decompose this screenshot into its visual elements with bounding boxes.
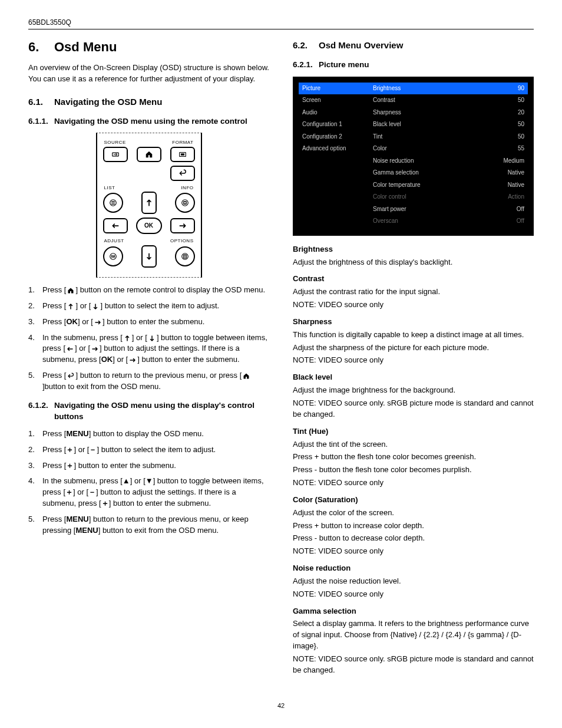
heading-number: 6.1.1. bbox=[28, 116, 54, 127]
definition-line: Adjust the tint of the screen. bbox=[293, 439, 534, 450]
definition-line: NOTE: VIDEO source only. sRGB picture mo… bbox=[293, 654, 534, 676]
osd-category-item: Configuration 1 bbox=[299, 118, 369, 131]
osd-setting-label: Color control bbox=[373, 193, 406, 202]
definition-term: Gamma selection bbox=[293, 606, 534, 617]
osd-setting-row: Color controlAction bbox=[369, 191, 528, 203]
osd-setting-value: Off bbox=[517, 217, 524, 226]
display-button-steps-list: 1.Press [MENU] button to display the OSD… bbox=[28, 429, 269, 536]
heading-text: Osd Menu Overview bbox=[319, 39, 534, 52]
home-icon bbox=[145, 150, 153, 159]
section-6-2-heading: 6.2. Osd Menu Overview bbox=[293, 39, 534, 52]
osd-setting-value: 90 bbox=[518, 84, 524, 93]
definition-line: Adjust the noise reduction level. bbox=[293, 576, 534, 587]
definition-term: Contrast bbox=[293, 274, 534, 285]
definition-line: NOTE: VIDEO source only bbox=[293, 299, 534, 311]
info-icon bbox=[181, 199, 189, 207]
definition-line: This function is digitally capable to ke… bbox=[293, 330, 534, 341]
remote-label-options: OPTIONS bbox=[170, 238, 194, 245]
definition-body: This function is digitally capable to ke… bbox=[293, 330, 534, 367]
osd-setting-label: Tint bbox=[373, 133, 382, 141]
info-button bbox=[175, 193, 195, 213]
osd-setting-row: Sharpness20 bbox=[369, 107, 528, 119]
format-button bbox=[170, 147, 195, 162]
list-icon bbox=[109, 199, 117, 207]
definition-body: Select a display gamma. It refers to the… bbox=[293, 618, 534, 676]
remote-control-diagram: SOURCE FORMAT LIST INFO bbox=[96, 133, 202, 278]
osd-category-item: Configuration 2 bbox=[299, 131, 369, 143]
right-icon bbox=[128, 356, 137, 364]
heading-text: Osd Menu bbox=[54, 39, 117, 54]
osd-setting-value: Native bbox=[508, 169, 524, 177]
step-number: 2. bbox=[28, 301, 42, 312]
up-button bbox=[141, 192, 157, 214]
osd-setting-label: Noise reduction bbox=[373, 157, 414, 166]
osd-setting-row: Color temperatureNative bbox=[369, 179, 528, 192]
osd-category-item: Picture bbox=[299, 83, 369, 95]
osd-setting-label: Smart power bbox=[373, 205, 406, 214]
definition-term: Noise reduction bbox=[293, 563, 534, 574]
osd-setting-row: Brightness90 bbox=[369, 83, 528, 95]
remote-label-info: INFO bbox=[181, 185, 193, 192]
osd-setting-row: Gamma selectionNative bbox=[369, 167, 528, 179]
definition-line: NOTE: VIDEO source only bbox=[293, 355, 534, 366]
definition-line: NOTE: VIDEO source only bbox=[293, 477, 534, 489]
osd-setting-label: Gamma selection bbox=[373, 169, 419, 177]
definition-line: Adjust the brightness of this display's … bbox=[293, 257, 534, 268]
up-arrow-icon bbox=[145, 199, 153, 207]
definition-body: Adjust the image brightness for the back… bbox=[293, 385, 534, 420]
back-button bbox=[170, 166, 195, 181]
adjust-button bbox=[103, 246, 123, 266]
osd-setting-value: 50 bbox=[518, 120, 524, 129]
step-number: 1. bbox=[28, 285, 42, 296]
section-6-2-1-heading: 6.2.1. Picture menu bbox=[293, 59, 534, 71]
osd-category-item: Audio bbox=[299, 107, 369, 119]
definition-line: Adjust the contrast ratio for the input … bbox=[293, 286, 534, 298]
step-number: 4. bbox=[28, 332, 42, 366]
definition-term: Brightness bbox=[293, 244, 534, 255]
step-text: Press [＋] button to enter the submenu. bbox=[42, 460, 269, 472]
step-text: Press [] button to return to the previou… bbox=[42, 370, 269, 393]
step-number: 1. bbox=[28, 429, 42, 440]
right-button bbox=[170, 218, 195, 233]
heading-number: 6. bbox=[28, 38, 54, 57]
osd-setting-label: Sharpness bbox=[373, 108, 401, 117]
down-icon bbox=[91, 302, 100, 311]
heading-number: 6.1. bbox=[28, 95, 54, 108]
options-icon bbox=[181, 252, 189, 261]
osd-setting-label: Contrast bbox=[373, 96, 395, 105]
source-button bbox=[103, 147, 128, 162]
definitions-list: BrightnessAdjust the brightness of this … bbox=[293, 244, 534, 676]
step-item: 4.In the submenu, press [▲] or [▼] butto… bbox=[28, 476, 269, 509]
step-text: Press [MENU] button to display the OSD m… bbox=[42, 429, 269, 440]
step-item: 2.Press [] or [] button to select the it… bbox=[28, 301, 269, 312]
down-arrow-icon bbox=[145, 252, 153, 261]
home-icon bbox=[242, 372, 251, 380]
intro-paragraph: An overview of the On-Screen Display (OS… bbox=[28, 62, 269, 85]
model-number: 65BDL3550Q bbox=[28, 18, 71, 27]
step-text: Press [MENU] button to return to the pre… bbox=[42, 514, 269, 536]
osd-setting-label: Black level bbox=[373, 120, 401, 129]
step-item: 5.Press [MENU] button to return to the p… bbox=[28, 514, 269, 536]
section-6-1-1-heading: 6.1.1. Navigating the OSD menu using the… bbox=[28, 116, 269, 127]
up-icon bbox=[66, 302, 75, 311]
heading-text: Navigating the OSD menu using the displa… bbox=[54, 400, 269, 423]
up-icon bbox=[123, 334, 132, 342]
osd-setting-row: Contrast50 bbox=[369, 94, 528, 107]
remote-label-adjust: ADJUST bbox=[104, 238, 124, 245]
osd-setting-label: Brightness bbox=[373, 84, 401, 93]
right-icon bbox=[90, 345, 100, 353]
home-icon bbox=[66, 286, 75, 295]
step-item: 3.Press [＋] button to enter the submenu. bbox=[28, 460, 269, 472]
definition-body: Adjust the color of the screen.Press + b… bbox=[293, 508, 534, 557]
definition-term: Black level bbox=[293, 372, 534, 383]
heading-number: 6.1.2. bbox=[28, 400, 54, 423]
osd-setting-row: Color55 bbox=[369, 143, 528, 155]
step-text: In the submenu, press [▲] or [▼] button … bbox=[42, 476, 269, 509]
right-column: 6.2. Osd Menu Overview 6.2.1. Picture me… bbox=[293, 38, 534, 677]
section-6-heading: 6.Osd Menu bbox=[28, 38, 269, 57]
osd-setting-label: Color bbox=[373, 144, 387, 153]
down-icon bbox=[147, 334, 157, 342]
step-item: 1.Press [MENU] button to display the OSD… bbox=[28, 429, 269, 440]
definition-line: Adjust the sharpness of the picture for … bbox=[293, 342, 534, 354]
step-number: 2. bbox=[28, 444, 42, 456]
